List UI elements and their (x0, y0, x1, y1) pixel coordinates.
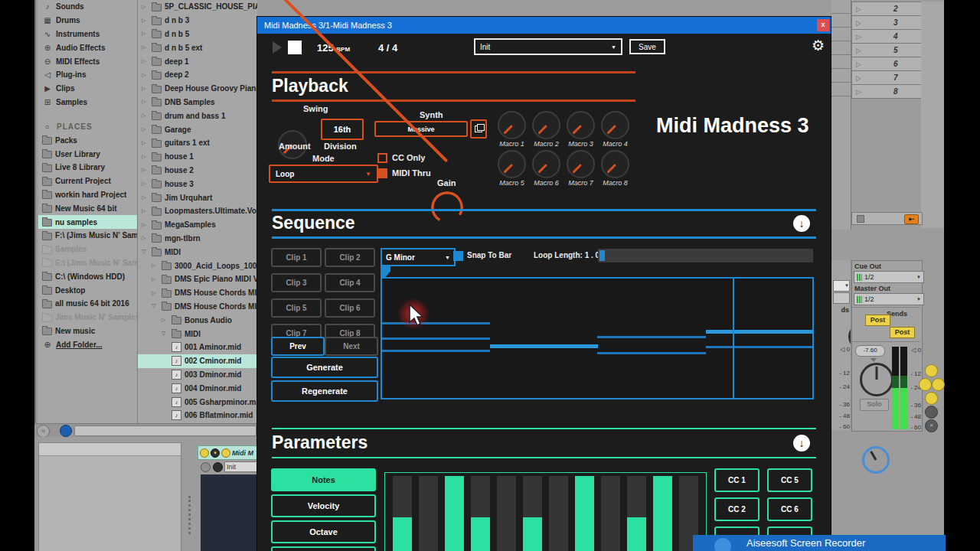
file-item-midi[interactable]: ▽MIDI (138, 245, 257, 259)
clip-stop-slot[interactable] (831, 55, 851, 69)
expand-triangle-icon[interactable]: ▷ (152, 290, 158, 296)
scene-play-icon[interactable]: ▷ (856, 60, 861, 68)
clip-button-4[interactable]: Clip 4 (325, 273, 375, 292)
play-icon[interactable] (273, 41, 282, 54)
place-item-jims-music-n-samples[interactable]: Jims Music N' Samples (38, 311, 137, 324)
device-preset-field[interactable]: Init (224, 461, 259, 472)
file-item-house-3[interactable]: ▷house 3 (138, 177, 257, 191)
expand-triangle-icon[interactable]: ▷ (152, 262, 158, 269)
parameter-tab-partial[interactable] (271, 546, 376, 551)
expand-triangle-icon[interactable]: ▷ (142, 154, 149, 160)
macro-knob-2[interactable] (532, 111, 560, 139)
browser-category-sounds[interactable]: ♪Sounds (38, 0, 137, 14)
place-item-samples[interactable]: Samples (38, 243, 137, 256)
place-item-user-library[interactable]: User Library (38, 147, 137, 161)
scene-play-icon[interactable]: ▷ (856, 5, 861, 13)
step-bar[interactable] (393, 476, 412, 551)
parameter-tab-octave[interactable]: Octave (271, 520, 376, 543)
solo-button[interactable]: Solo (860, 399, 889, 411)
device-activator-icon[interactable] (200, 448, 209, 458)
scene-row-7[interactable]: ▷7 (852, 71, 922, 85)
midi-note[interactable] (597, 352, 706, 354)
file-item-bonus-audio[interactable]: ▷Bonus Audio (138, 313, 257, 327)
scene-play-icon[interactable]: ▷ (856, 88, 861, 96)
clip-stop-slot[interactable] (831, 14, 851, 28)
cue-out-dropdown[interactable]: 1/2 ▼ (854, 271, 924, 283)
file-item-deep-1[interactable]: ▷deep 1 (138, 54, 257, 68)
clip-stop-slot[interactable] (831, 83, 851, 96)
parameter-tab-notes[interactable]: Notes (271, 468, 376, 491)
expand-triangle-icon[interactable]: ▷ (162, 317, 168, 323)
place-item-workin-hard-project[interactable]: workin hard Project (38, 188, 137, 202)
clip-button-1[interactable]: Clip 1 (271, 248, 322, 267)
crossfader-toggle-icon[interactable]: × (925, 419, 938, 432)
sequence-collapse-icon[interactable]: ↓ (793, 215, 810, 232)
expand-triangle-icon[interactable]: ▷ (142, 112, 149, 119)
generate-button[interactable]: Generate (271, 357, 378, 378)
step-bar[interactable] (497, 476, 516, 551)
file-item-mgn-tlbrn[interactable]: ▷mgn-tlbrn (138, 232, 257, 246)
pan-knob[interactable] (860, 363, 893, 396)
snap-to-bar-checkbox[interactable] (453, 251, 463, 261)
midi-note[interactable] (382, 350, 490, 352)
midi-note[interactable] (706, 330, 812, 334)
cc-button-cc-6[interactable]: CC 6 (767, 497, 812, 521)
prev-button[interactable]: Prev (271, 337, 325, 356)
clip-stop-slot[interactable] (831, 28, 851, 41)
loop-length-slider[interactable] (598, 249, 813, 262)
file-item-dms-epic-piano-midi-vol[interactable]: ▷DMS Epic Piano MIDI Vol (138, 272, 257, 286)
file-item-d-n-b-5-ext[interactable]: ▷d n b 5 ext (138, 41, 257, 54)
file-item-midi[interactable]: ▽MIDI (138, 327, 257, 341)
step-bar[interactable] (601, 476, 620, 551)
file-item-004-dminor-mid[interactable]: ♪004 Dminor.mid (138, 381, 257, 395)
returns-toggle-icon[interactable] (932, 378, 945, 391)
regenerate-button[interactable]: Regenerate (271, 380, 378, 402)
file-item-deep-house-groovy-piano-b[interactable]: ▷Deep House Groovy Piano B (138, 82, 257, 96)
loop-start-flag-icon[interactable] (381, 266, 390, 277)
delay-toggle-icon[interactable] (925, 406, 938, 419)
mode-dropdown[interactable]: Loop ▼ (269, 165, 378, 183)
macro-knob-3[interactable] (567, 111, 595, 139)
browser-category-plug-ins[interactable]: ◁Plug-ins (38, 68, 137, 82)
stop-all-clips-icon[interactable] (857, 215, 864, 223)
status-info-field[interactable] (74, 425, 256, 436)
scene-row-5[interactable]: ▷5 (852, 44, 922, 57)
file-item-dnb-samples[interactable]: ▷DNB Samples (138, 96, 257, 109)
step-bar[interactable] (627, 476, 646, 551)
mixer-toggle-icon[interactable] (925, 392, 938, 405)
expand-triangle-icon[interactable]: ▷ (142, 222, 149, 228)
device-save-icon[interactable] (213, 462, 223, 472)
file-item-deep-2[interactable]: ▷deep 2 (138, 68, 257, 82)
step-bar[interactable] (549, 476, 568, 551)
collapse-triangle-icon[interactable]: ▽ (152, 303, 158, 309)
close-button[interactable]: x (817, 19, 829, 31)
browser-category-instruments[interactable]: ∿Instruments (38, 28, 137, 41)
parameters-collapse-icon[interactable]: ↓ (793, 435, 810, 452)
place-item-new-music-64-bit[interactable]: New Music 64 bit (38, 201, 137, 215)
expand-triangle-icon[interactable]: ▷ (142, 126, 149, 132)
preset-dropdown[interactable]: Init ▼ (474, 38, 622, 55)
midi-note[interactable] (597, 336, 706, 338)
loop-length-handle[interactable] (599, 250, 605, 261)
step-bar[interactable] (445, 476, 464, 551)
scene-row-6[interactable]: ▷6 (852, 57, 922, 71)
place-item-live-8-library[interactable]: Live 8 Library (38, 161, 137, 174)
globe-status-icon[interactable] (60, 425, 72, 437)
io-toggle-icon[interactable] (925, 364, 938, 377)
plugin-title-bar[interactable]: Midi Madness 3/1-Midi Madness 3 x (257, 17, 831, 34)
next-button[interactable]: Next (325, 337, 378, 356)
clip-button-2[interactable]: Clip 2 (325, 248, 375, 267)
send-b-post-button[interactable]: Post (890, 327, 915, 338)
expand-triangle-icon[interactable]: ▷ (142, 18, 149, 24)
macro-knob-4[interactable] (601, 111, 629, 139)
step-bar[interactable] (653, 476, 672, 551)
expand-triangle-icon[interactable]: ▷ (142, 208, 149, 214)
file-item-005-gsharpminor-m[interactable]: ♪005 Gsharpminor.m (138, 395, 257, 409)
browser-category-clips[interactable]: ▶Clips (38, 82, 137, 96)
scene-play-icon[interactable]: ▷ (856, 19, 861, 27)
browser-category-midi-effects[interactable]: ⊖MIDI Effects (38, 54, 137, 68)
device-fold-icon[interactable]: ▼ (211, 448, 220, 458)
gear-icon[interactable]: ⚙ (812, 37, 825, 54)
step-bar[interactable] (419, 476, 438, 551)
file-item-guitars-1-ext[interactable]: ▷guitars 1 ext (138, 136, 257, 150)
